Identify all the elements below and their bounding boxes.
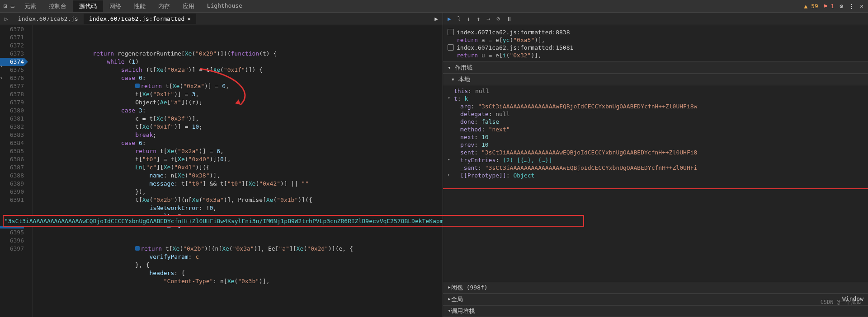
panel-tab-源代码[interactable]: 源代码 xyxy=(73,0,103,12)
file-tabs: ▷ index.6071ca62.js index.6071ca62.js:fo… xyxy=(0,13,443,25)
breakpoint-code: return u = e[i("0x32")], xyxy=(448,52,863,59)
panel-tab-网络[interactable]: 网络 xyxy=(103,0,127,12)
breakpoint-item[interactable]: index.6071ca62.js:formatted:15081 xyxy=(448,43,863,52)
local-scope-header[interactable]: ▾ 本地 xyxy=(443,74,868,85)
close-icon[interactable]: ✕ xyxy=(860,3,863,9)
watermark: CSDN @一个瓜瓜 xyxy=(821,298,862,306)
more-icon[interactable]: ⋮ xyxy=(849,3,854,9)
step-out-icon[interactable]: ↑ xyxy=(477,15,481,22)
callstack-header[interactable]: ▾ 调用堆栈 xyxy=(443,305,868,317)
errors-badge[interactable]: ⚑ 1 xyxy=(824,3,834,9)
breakpoints-list: index.6071ca62.js:formatted:8838 return … xyxy=(443,25,868,62)
panel-tab-性能[interactable]: 性能 xyxy=(127,0,152,12)
scope-header[interactable]: ▾ 作用域 xyxy=(443,62,868,74)
step-over-icon[interactable]: ⤵ xyxy=(458,15,461,22)
panel-tab-内存[interactable]: 内存 xyxy=(152,0,176,12)
step-into-icon[interactable]: ↓ xyxy=(467,15,471,22)
panel-tab-控制台[interactable]: 控制台 xyxy=(42,0,73,12)
debug-toolbar: ▶ ⤵ ↓ ↑ → ⊘ ⏸ xyxy=(443,13,868,25)
file-tab-active[interactable]: index.6071ca62.js:formatted× xyxy=(84,14,196,24)
inspect-icon[interactable]: ⊡ xyxy=(4,3,7,9)
breakpoint-code: return a = e[yc("0xa5")], xyxy=(448,37,863,43)
warnings-badge[interactable]: ▲ 59 xyxy=(804,3,818,9)
deactivate-bp-icon[interactable]: ⊘ xyxy=(496,15,500,22)
panel-tab-应用[interactable]: 应用 xyxy=(176,0,201,12)
scope-variables: this: null t: k arg: "3sCt3iAAAAAAAAAAAA… xyxy=(443,85,868,282)
close-tab-icon[interactable]: × xyxy=(187,15,191,22)
show-nav-icon[interactable]: ▷ xyxy=(0,15,13,22)
settings-icon[interactable]: ⚙ xyxy=(840,3,843,9)
closure-header[interactable]: ▸ 闭包 (998f) xyxy=(443,282,868,294)
resume-icon[interactable]: ▶ xyxy=(448,15,451,22)
panel-tab-元素[interactable]: 元素 xyxy=(18,0,42,12)
pause-exc-icon[interactable]: ⏸ xyxy=(506,15,512,22)
step-icon[interactable]: → xyxy=(486,15,490,22)
var-t[interactable]: t: k xyxy=(448,95,863,103)
global-header[interactable]: ▸ 全局Window xyxy=(443,294,868,305)
breakpoint-item[interactable]: index.6071ca62.js:formatted:8838 xyxy=(448,28,863,37)
file-tab[interactable]: index.6071ca62.js xyxy=(13,14,84,24)
line-gutter[interactable]: 6370637163726373637463756376637763786379… xyxy=(0,25,33,317)
device-icon[interactable]: ▭ xyxy=(11,3,14,9)
run-icon[interactable]: ▶ xyxy=(430,15,443,22)
code-editor[interactable]: return regeneratorRuntime[Xe("0x29")]((f… xyxy=(33,25,443,317)
devtools-tabs: ⊡ ▭ 元素控制台源代码网络性能内存应用Lighthouse ▲ 59 ⚑ 1 … xyxy=(0,0,868,13)
value-preview: "3sCt3iAAAAAAAAAAAAAAAwEQBjoIdCECCYxbnUg… xyxy=(0,216,443,226)
panel-tab-Lighthouse[interactable]: Lighthouse xyxy=(201,0,249,12)
